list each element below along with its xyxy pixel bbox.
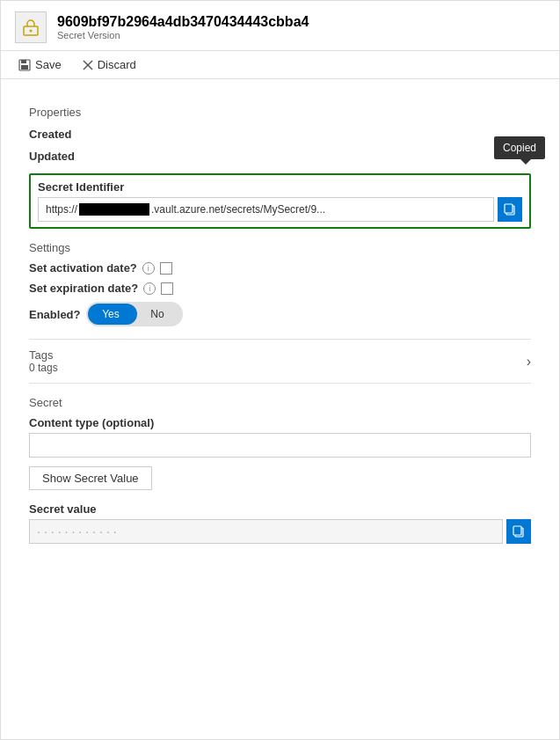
secret-section-label: Secret (29, 396, 531, 409)
discard-button[interactable]: Discard (79, 56, 140, 73)
tags-section[interactable]: Tags 0 tags › (29, 339, 531, 384)
activation-info-icon[interactable]: i (142, 262, 155, 275)
enabled-toggle[interactable]: Yes No (86, 302, 183, 326)
secret-section: Secret Content type (optional) Show Secr… (29, 396, 531, 544)
secret-identifier-section: Secret Identifier https://.vault.azure.n… (29, 173, 531, 229)
svg-point-1 (30, 30, 33, 33)
activation-row: Set activation date? i (29, 261, 531, 275)
secret-value-row: ············ (29, 519, 531, 544)
svg-rect-4 (21, 65, 28, 70)
properties-label: Properties (29, 106, 531, 119)
activation-label: Set activation date? (29, 261, 137, 275)
secret-version-icon (15, 11, 47, 43)
show-secret-button[interactable]: Show Secret Value (29, 466, 152, 490)
expiration-label: Set expiration date? (29, 282, 138, 295)
tags-chevron-icon: › (527, 354, 531, 370)
copy-identifier-button[interactable] (498, 197, 522, 222)
url-prefix: https:// (46, 203, 77, 216)
tags-label: Tags (29, 348, 58, 362)
copied-tooltip: Copied (494, 136, 545, 159)
secret-identifier-input[interactable]: https://.vault.azure.net/secrets/MySecre… (38, 197, 494, 222)
svg-rect-3 (21, 60, 26, 63)
svg-rect-10 (513, 526, 521, 535)
secret-value-label: Secret value (29, 502, 531, 516)
enabled-label: Enabled? (29, 308, 81, 321)
content-type-input[interactable] (29, 433, 531, 458)
secret-identifier-label: Secret Identifier (38, 180, 522, 194)
activation-checkbox[interactable] (160, 262, 172, 275)
header-text: 9609bf97b2964a4db3470434443cbba4 Secret … (57, 14, 309, 40)
page-container: 9609bf97b2964a4db3470434443cbba4 Secret … (0, 0, 560, 740)
expiration-checkbox[interactable] (161, 282, 173, 295)
content-type-label: Content type (optional) (29, 416, 531, 429)
save-button[interactable]: Save (15, 56, 65, 73)
toggle-no: No (135, 308, 181, 320)
page-title: 9609bf97b2964a4db3470434443cbba4 (57, 14, 309, 30)
redacted-url (79, 203, 149, 216)
header: 9609bf97b2964a4db3470434443cbba4 Secret … (1, 1, 559, 51)
toolbar: Save Discard (1, 51, 559, 79)
updated-label: Updated (29, 150, 531, 163)
url-suffix: .vault.azure.net/secrets/MySecret/9... (151, 203, 325, 216)
svg-rect-8 (505, 204, 513, 213)
enabled-row: Enabled? Yes No (29, 302, 531, 326)
settings-label: Settings (29, 241, 531, 254)
settings-section: Settings Set activation date? i Set expi… (29, 241, 531, 326)
main-content: Properties Created Updated Secret Identi… (1, 79, 559, 558)
created-label: Created (29, 128, 531, 141)
save-label: Save (35, 58, 62, 71)
expiration-info-icon[interactable]: i (143, 282, 156, 295)
secret-value-field: ············ (29, 519, 503, 544)
properties-section: Properties Created Updated (29, 106, 531, 163)
discard-label: Discard (98, 58, 136, 71)
tags-count: 0 tags (29, 362, 58, 374)
expiration-row: Set expiration date? i (29, 282, 531, 295)
page-subtitle: Secret Version (57, 30, 309, 40)
identifier-input-row: https://.vault.azure.net/secrets/MySecre… (38, 197, 522, 222)
copy-secret-value-button[interactable] (506, 519, 531, 544)
tags-left: Tags 0 tags (29, 348, 58, 374)
toggle-yes: Yes (88, 308, 135, 320)
